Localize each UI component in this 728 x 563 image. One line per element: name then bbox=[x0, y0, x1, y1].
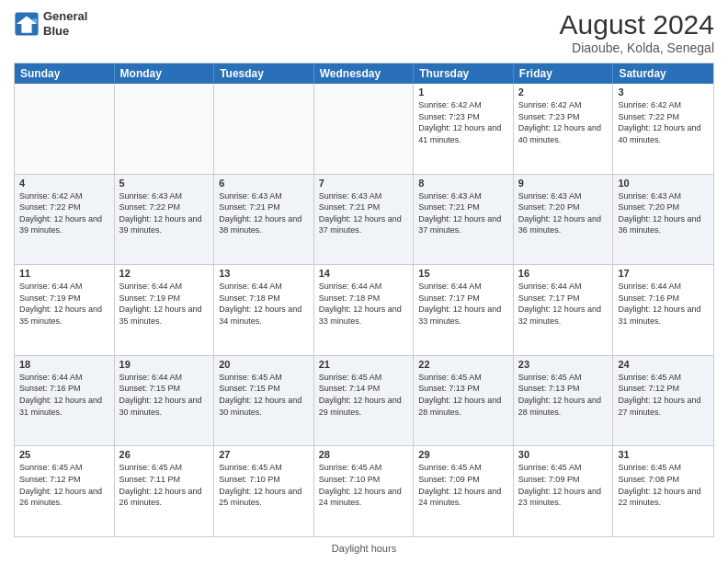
cell-info: Sunrise: 6:42 AM Sunset: 7:23 PM Dayligh… bbox=[518, 99, 609, 145]
cell-info: Sunrise: 6:44 AM Sunset: 7:17 PM Dayligh… bbox=[518, 281, 609, 327]
calendar-cell: 20Sunrise: 6:45 AM Sunset: 7:15 PM Dayli… bbox=[214, 356, 314, 446]
cell-info: Sunrise: 6:43 AM Sunset: 7:21 PM Dayligh… bbox=[319, 190, 409, 236]
page: General Blue August 2024 Diaoube, Kolda,… bbox=[0, 0, 728, 563]
cell-info: Sunrise: 6:45 AM Sunset: 7:10 PM Dayligh… bbox=[319, 462, 409, 508]
cell-info: Sunrise: 6:44 AM Sunset: 7:18 PM Dayligh… bbox=[319, 281, 409, 327]
calendar-body: 1Sunrise: 6:42 AM Sunset: 7:23 PM Daylig… bbox=[15, 84, 713, 536]
cell-info: Sunrise: 6:42 AM Sunset: 7:22 PM Dayligh… bbox=[19, 190, 109, 236]
logo-text: General Blue bbox=[43, 9, 87, 38]
cell-info: Sunrise: 6:42 AM Sunset: 7:23 PM Dayligh… bbox=[418, 99, 508, 145]
cell-date: 29 bbox=[418, 449, 508, 460]
calendar-cell: 3Sunrise: 6:42 AM Sunset: 7:22 PM Daylig… bbox=[613, 84, 713, 174]
logo-line1: General bbox=[43, 9, 87, 24]
cell-date: 16 bbox=[518, 268, 609, 279]
day-headers: SundayMondayTuesdayWednesdayThursdayFrid… bbox=[15, 63, 713, 84]
cell-date: 25 bbox=[19, 449, 109, 460]
cell-date: 14 bbox=[319, 268, 409, 279]
calendar-cell bbox=[214, 84, 314, 174]
cell-date: 24 bbox=[618, 359, 709, 370]
calendar-cell bbox=[115, 84, 215, 174]
cell-info: Sunrise: 6:45 AM Sunset: 7:10 PM Dayligh… bbox=[219, 462, 309, 508]
cell-info: Sunrise: 6:45 AM Sunset: 7:11 PM Dayligh… bbox=[119, 462, 210, 508]
cell-date: 28 bbox=[319, 449, 409, 460]
calendar-cell: 18Sunrise: 6:44 AM Sunset: 7:16 PM Dayli… bbox=[15, 356, 115, 446]
cell-info: Sunrise: 6:45 AM Sunset: 7:13 PM Dayligh… bbox=[418, 372, 508, 418]
calendar-cell: 30Sunrise: 6:45 AM Sunset: 7:09 PM Dayli… bbox=[514, 446, 614, 536]
calendar-cell: 6Sunrise: 6:43 AM Sunset: 7:21 PM Daylig… bbox=[214, 175, 314, 265]
cell-info: Sunrise: 6:44 AM Sunset: 7:18 PM Dayligh… bbox=[219, 281, 309, 327]
cell-info: Sunrise: 6:44 AM Sunset: 7:19 PM Dayligh… bbox=[119, 281, 210, 327]
cell-date: 18 bbox=[19, 359, 109, 370]
calendar-cell: 8Sunrise: 6:43 AM Sunset: 7:21 PM Daylig… bbox=[414, 175, 514, 265]
calendar-cell: 9Sunrise: 6:43 AM Sunset: 7:20 PM Daylig… bbox=[514, 175, 614, 265]
cell-date: 17 bbox=[618, 268, 709, 279]
day-header-monday: Monday bbox=[115, 63, 215, 84]
cell-info: Sunrise: 6:45 AM Sunset: 7:15 PM Dayligh… bbox=[219, 372, 309, 418]
cell-date: 6 bbox=[219, 178, 309, 189]
cell-date: 1 bbox=[418, 86, 508, 98]
calendar-cell: 2Sunrise: 6:42 AM Sunset: 7:23 PM Daylig… bbox=[514, 84, 614, 174]
logo-line2: Blue bbox=[43, 24, 87, 39]
calendar-cell: 17Sunrise: 6:44 AM Sunset: 7:16 PM Dayli… bbox=[613, 265, 713, 355]
calendar-cell: 15Sunrise: 6:44 AM Sunset: 7:17 PM Dayli… bbox=[414, 265, 514, 355]
calendar-cell: 22Sunrise: 6:45 AM Sunset: 7:13 PM Dayli… bbox=[414, 356, 514, 446]
calendar-cell: 11Sunrise: 6:44 AM Sunset: 7:19 PM Dayli… bbox=[15, 265, 115, 355]
cell-info: Sunrise: 6:44 AM Sunset: 7:15 PM Dayligh… bbox=[119, 372, 210, 418]
calendar-cell: 26Sunrise: 6:45 AM Sunset: 7:11 PM Dayli… bbox=[115, 446, 215, 536]
cell-date: 8 bbox=[418, 178, 508, 189]
calendar-cell: 27Sunrise: 6:45 AM Sunset: 7:10 PM Dayli… bbox=[214, 446, 314, 536]
cell-info: Sunrise: 6:45 AM Sunset: 7:12 PM Dayligh… bbox=[618, 372, 709, 418]
generalblue-logo-icon bbox=[14, 11, 40, 37]
cell-info: Sunrise: 6:43 AM Sunset: 7:22 PM Dayligh… bbox=[119, 190, 210, 236]
cell-info: Sunrise: 6:43 AM Sunset: 7:21 PM Dayligh… bbox=[219, 190, 309, 236]
calendar-cell: 28Sunrise: 6:45 AM Sunset: 7:10 PM Dayli… bbox=[314, 446, 415, 536]
cell-info: Sunrise: 6:43 AM Sunset: 7:20 PM Dayligh… bbox=[618, 190, 709, 236]
calendar-cell: 14Sunrise: 6:44 AM Sunset: 7:18 PM Dayli… bbox=[314, 265, 415, 355]
calendar-row: 18Sunrise: 6:44 AM Sunset: 7:16 PM Dayli… bbox=[15, 356, 713, 447]
cell-info: Sunrise: 6:44 AM Sunset: 7:16 PM Dayligh… bbox=[618, 281, 709, 327]
calendar-cell: 25Sunrise: 6:45 AM Sunset: 7:12 PM Dayli… bbox=[15, 446, 115, 536]
calendar-cell: 24Sunrise: 6:45 AM Sunset: 7:12 PM Dayli… bbox=[613, 356, 713, 446]
calendar-row: 25Sunrise: 6:45 AM Sunset: 7:12 PM Dayli… bbox=[15, 446, 713, 536]
cell-info: Sunrise: 6:43 AM Sunset: 7:20 PM Dayligh… bbox=[518, 190, 609, 236]
cell-date: 5 bbox=[119, 178, 210, 189]
calendar-cell: 13Sunrise: 6:44 AM Sunset: 7:18 PM Dayli… bbox=[214, 265, 314, 355]
logo: General Blue bbox=[14, 9, 87, 38]
cell-info: Sunrise: 6:44 AM Sunset: 7:16 PM Dayligh… bbox=[19, 372, 109, 418]
cell-date: 7 bbox=[319, 178, 409, 189]
calendar-cell: 29Sunrise: 6:45 AM Sunset: 7:09 PM Dayli… bbox=[414, 446, 514, 536]
calendar-cell bbox=[314, 84, 415, 174]
calendar-row: 11Sunrise: 6:44 AM Sunset: 7:19 PM Dayli… bbox=[15, 265, 713, 356]
calendar-cell: 1Sunrise: 6:42 AM Sunset: 7:23 PM Daylig… bbox=[414, 84, 514, 174]
cell-date: 31 bbox=[618, 449, 709, 460]
day-header-wednesday: Wednesday bbox=[314, 63, 415, 84]
title-area: August 2024 Diaoube, Kolda, Senegal bbox=[560, 9, 714, 55]
calendar-cell: 31Sunrise: 6:45 AM Sunset: 7:08 PM Dayli… bbox=[613, 446, 713, 536]
calendar-cell: 23Sunrise: 6:45 AM Sunset: 7:13 PM Dayli… bbox=[514, 356, 614, 446]
cell-date: 26 bbox=[119, 449, 210, 460]
day-header-saturday: Saturday bbox=[613, 63, 713, 84]
cell-date: 15 bbox=[418, 268, 508, 279]
cell-info: Sunrise: 6:45 AM Sunset: 7:14 PM Dayligh… bbox=[319, 372, 409, 418]
calendar-cell: 4Sunrise: 6:42 AM Sunset: 7:22 PM Daylig… bbox=[15, 175, 115, 265]
cell-info: Sunrise: 6:45 AM Sunset: 7:09 PM Dayligh… bbox=[418, 462, 508, 508]
calendar-cell: 5Sunrise: 6:43 AM Sunset: 7:22 PM Daylig… bbox=[115, 175, 215, 265]
cell-info: Sunrise: 6:45 AM Sunset: 7:12 PM Dayligh… bbox=[19, 462, 109, 508]
cell-date: 21 bbox=[319, 359, 409, 370]
footer-text: Daylight hours bbox=[332, 543, 396, 554]
day-header-thursday: Thursday bbox=[414, 63, 514, 84]
cell-info: Sunrise: 6:44 AM Sunset: 7:19 PM Dayligh… bbox=[19, 281, 109, 327]
cell-info: Sunrise: 6:43 AM Sunset: 7:21 PM Dayligh… bbox=[418, 190, 508, 236]
cell-info: Sunrise: 6:45 AM Sunset: 7:08 PM Dayligh… bbox=[618, 462, 709, 508]
cell-date: 27 bbox=[219, 449, 309, 460]
cell-info: Sunrise: 6:42 AM Sunset: 7:22 PM Dayligh… bbox=[618, 99, 709, 145]
cell-date: 3 bbox=[618, 86, 709, 98]
cell-date: 4 bbox=[19, 178, 109, 189]
calendar-cell: 7Sunrise: 6:43 AM Sunset: 7:21 PM Daylig… bbox=[314, 175, 415, 265]
cell-date: 11 bbox=[19, 268, 109, 279]
day-header-friday: Friday bbox=[514, 63, 614, 84]
cell-date: 20 bbox=[219, 359, 309, 370]
header: General Blue August 2024 Diaoube, Kolda,… bbox=[14, 9, 714, 55]
cell-info: Sunrise: 6:45 AM Sunset: 7:09 PM Dayligh… bbox=[518, 462, 609, 508]
main-title: August 2024 bbox=[560, 9, 714, 40]
